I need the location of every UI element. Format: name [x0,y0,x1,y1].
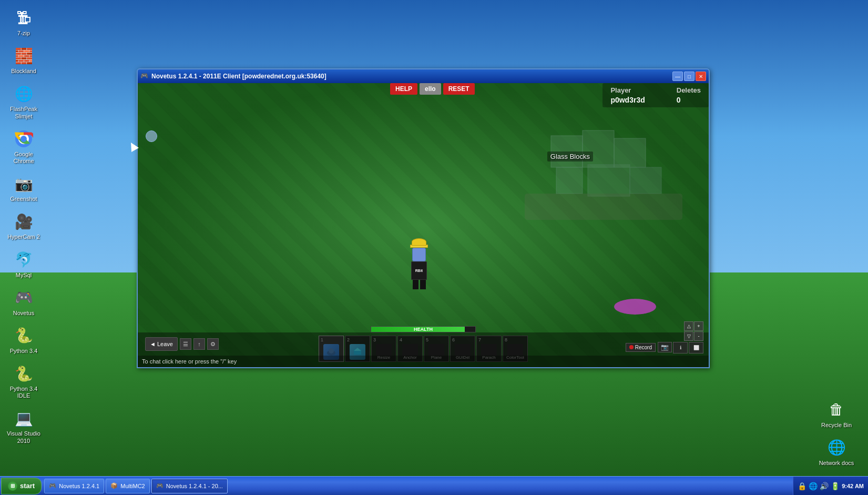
desktop-icon-python34idle[interactable]: 🐍 Python 3.4 IDLE [3,361,45,401]
mysql-label: MySql [16,272,32,279]
game-window: 🎮 Novetus 1.2.4.1 - 2011E Client [powder… [137,68,710,368]
dpad-plus-btn[interactable]: + [694,321,703,331]
info-button[interactable]: ℹ [673,342,688,353]
desktop-icon-python34[interactable]: 🐍 Python 3.4 [3,323,45,357]
greenshot-label: Greenshot [10,196,37,203]
screen-button[interactable]: ⬜ [689,342,703,353]
player-character: RBit [406,238,432,286]
network-icon: 🌐 [826,437,847,458]
desktop-icon-hypercam[interactable]: 🎥 HyperCam 2 [3,209,45,243]
arrow-icon-button[interactable]: ↑ [193,338,205,350]
glass-blocks-label: Glass Blocks [547,151,593,161]
help-button[interactable]: HELP [390,83,417,95]
dpad-up-btn[interactable]: △ [684,321,693,331]
taskbar-item-multimc-label: MultiMC2 [120,483,145,489]
taskbar: ⊞ start 🎮 Novetus 1.2.4.1 📦 MultiMC2 🎮 N… [0,476,868,495]
health-bar-container: HEALTH [371,326,476,332]
chat-hint-text: To chat click here or press the "/" key [142,358,237,365]
desktop-icon-7zip[interactable]: 🗜 7-zip [3,5,45,39]
python34idle-label: Python 3.4 IDLE [5,386,43,399]
taskbar-item-novetus1-icon: 🎮 [49,482,56,489]
7zip-icon: 🗜 [13,7,34,28]
tray-icon-battery: 🔋 [831,482,840,490]
desktop: 🗜 7-zip 🧱 Blockland 🌐 FlashPeak Slimjet [0,0,868,495]
deletes-stat: Deletes 0 [677,86,701,104]
taskbar-item-novetus1[interactable]: 🎮 Novetus 1.2.4.1 [44,479,104,493]
player-label: Player [610,86,645,94]
taskbar-item-multimc-icon: 📦 [110,482,118,489]
vs2010-icon: 💻 [13,408,34,429]
speech-bubble [146,130,157,142]
hud-buttons: HELP ello RESET [390,83,475,95]
hello-button[interactable]: ello [420,83,441,95]
python34-label: Python 3.4 [10,348,38,355]
chrome-icon [13,128,34,149]
player-stat: Player p0wd3r3d [610,86,645,104]
vs2010-label: Visual Studio 2010 [5,430,43,444]
mysql-icon: 🐬 [13,249,34,270]
tray-time: 9:42 AM [842,483,864,489]
player-value: p0wd3r3d [610,96,645,104]
desktop-icon-blockland[interactable]: 🧱 Blockland [3,43,45,77]
record-button[interactable]: Record [626,343,656,352]
svg-point-2 [21,136,27,142]
svg-rect-6 [556,167,583,194]
desktop-icon-greenshot[interactable]: 📷 Greenshot [3,171,45,205]
desktop-icon-novetus[interactable]: 🎮 Novetus [3,285,45,319]
list-icon-button[interactable]: ☰ [180,338,191,350]
window-app-icon: 🎮 [140,72,149,80]
camera-button[interactable]: 📷 [658,342,672,352]
purple-blob [614,299,656,315]
deletes-value: 0 [677,96,701,104]
close-button[interactable]: ✕ [696,72,706,81]
deletes-label: Deletes [677,86,701,94]
leave-button[interactable]: ◄ Leave [145,337,178,351]
novetus-label: Novetus [13,310,34,317]
desktop-icon-vs2010[interactable]: 💻 Visual Studio 2010 [3,406,45,446]
novetus-icon: 🎮 [13,287,34,308]
health-label: HEALTH [414,327,433,332]
chrome-label: Google Chrome [5,151,43,165]
tray-icon-security: 🔒 [798,482,806,490]
svg-rect-9 [525,194,682,220]
dpad-minus-btn[interactable]: - [694,331,703,341]
reset-button[interactable]: RESET [443,83,475,95]
greenshot-icon: 📷 [13,173,34,194]
desktop-icon-mysql[interactable]: 🐬 MySql [3,247,45,281]
blockland-icon: 🧱 [13,45,34,66]
minimize-button[interactable]: — [672,72,683,81]
start-label: start [20,482,35,490]
7zip-label: 7-zip [17,30,30,37]
dpad-down-btn[interactable]: ▽ [684,331,693,341]
tray-icon-network: 🌐 [809,482,818,490]
desktop-icon-chrome[interactable]: Google Chrome [3,126,45,167]
window-controls: — □ ✕ [672,72,706,81]
svg-rect-8 [630,167,661,194]
desktop-icon-network[interactable]: 🌐 Network docs [815,435,857,469]
svg-rect-7 [588,165,630,196]
tray-icon-volume: 🔊 [820,482,829,490]
desktop-icon-recycle[interactable]: 🗑 Recycle Bin [815,397,857,431]
window-titlebar: 🎮 Novetus 1.2.4.1 - 2011E Client [powder… [138,69,709,83]
start-icon: ⊞ [8,481,17,491]
bottom-toolbar-strip: ◄ Leave ☰ ↑ ⚙ △ + ▽ - ℹ ⬜ [138,332,709,356]
taskbar-item-novetus2[interactable]: 🎮 Novetus 1.2.4.1 - 20... [151,479,228,493]
health-bar: HEALTH [371,326,476,332]
recycle-icon: 🗑 [826,399,847,420]
taskbar-items: 🎮 Novetus 1.2.4.1 📦 MultiMC2 🎮 Novetus 1… [44,479,793,493]
maximize-button[interactable]: □ [684,72,695,81]
hud-stats: Player p0wd3r3d Deletes 0 [603,83,709,107]
hypercam-icon: 🎥 [13,211,34,232]
chat-bar[interactable]: To chat click here or press the "/" key [138,356,709,367]
python34-icon: 🐍 [13,325,34,346]
hypercam-label: HyperCam 2 [7,234,40,240]
glass-blocks-visual [525,125,682,221]
taskbar-item-multimc[interactable]: 📦 MultiMC2 [106,479,149,493]
game-viewport[interactable]: Glass Blocks RBit [138,83,709,367]
taskbar-item-novetus2-label: Novetus 1.2.4.1 - 20... [166,483,223,489]
start-button[interactable]: ⊞ start [1,478,42,494]
desktop-icon-flashpeak[interactable]: 🌐 FlashPeak Slimjet [3,81,45,122]
taskbar-item-novetus2-icon: 🎮 [156,482,164,489]
settings-icon-button[interactable]: ⚙ [207,338,219,350]
blockland-label: Blockland [11,68,36,75]
